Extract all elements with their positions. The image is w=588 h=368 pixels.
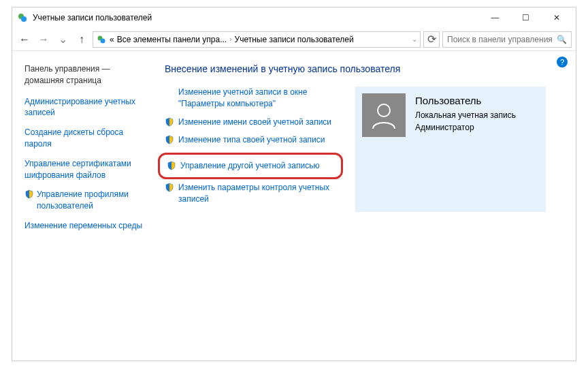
sidebar-link-env-vars[interactable]: Изменение переменных среды — [24, 220, 147, 232]
minimize-button[interactable]: — — [480, 8, 510, 27]
user-card: Пользователь Локальная учетная запись Ад… — [355, 87, 546, 212]
back-button[interactable]: ← — [16, 31, 33, 48]
window-title: Учетные записи пользователей — [33, 13, 480, 22]
refresh-button[interactable]: ⟳ — [423, 31, 440, 48]
titlebar: Учетные записи пользователей — ☐ ✕ — [12, 7, 576, 28]
breadcrumb-prefix: « — [110, 35, 114, 44]
chevron-down-icon[interactable]: ⌄ — [412, 35, 417, 43]
maximize-button[interactable]: ☐ — [510, 8, 541, 27]
sidebar-link-password-reset[interactable]: Создание дискеты сброса пароля — [24, 127, 147, 150]
action-links: Изменение учетной записи в окне "Парамет… — [165, 87, 342, 212]
link-manage-other-account[interactable]: Управление другой учетной записью — [167, 160, 334, 172]
close-button[interactable]: ✕ — [541, 8, 572, 27]
recent-button[interactable]: ⌄ — [54, 31, 71, 48]
chevron-right-icon: › — [229, 35, 231, 43]
svg-point-4 — [378, 104, 390, 117]
sidebar-link-certificates[interactable]: Управление сертификатами шифрования файл… — [24, 158, 147, 181]
link-change-name[interactable]: Изменение имени своей учетной записи — [165, 117, 342, 128]
highlight-annotation: Управление другой учетной записью — [158, 153, 343, 179]
up-button[interactable]: ↑ — [74, 31, 90, 48]
user-info: Пользователь Локальная учетная запись Ад… — [415, 93, 516, 134]
main-area: Изменение учетной записи в окне "Парамет… — [165, 87, 566, 212]
user-name: Пользователь — [415, 93, 516, 109]
user-icon — [368, 99, 400, 132]
link-change-in-settings[interactable]: Изменение учетной записи в окне "Парамет… — [178, 87, 342, 110]
address-bar[interactable]: « Все элементы панели упра... › Учетные … — [93, 31, 421, 48]
sidebar: Панель управления — домашняя страница Ад… — [12, 51, 155, 361]
link-uac-settings[interactable]: Изменить параметры контроля учетных запи… — [165, 182, 342, 205]
search-box[interactable]: 🔍 — [442, 31, 572, 48]
help-icon[interactable]: ? — [557, 57, 568, 67]
content-area: ? Панель управления — домашняя страница … — [12, 51, 576, 361]
breadcrumb-item[interactable]: Все элементы панели упра... — [117, 35, 227, 44]
sidebar-link-admin-accounts[interactable]: Администрирование учетных записей — [24, 96, 147, 119]
shield-icon — [165, 183, 174, 192]
shield-icon — [165, 117, 174, 127]
main-panel: Внесение изменений в учетную запись поль… — [155, 51, 576, 361]
page-title: Внесение изменений в учетную запись поль… — [165, 63, 566, 74]
shield-icon — [24, 189, 34, 199]
search-icon[interactable]: 🔍 — [557, 35, 567, 44]
sidebar-home-link[interactable]: Панель управления — домашняя страница — [24, 63, 147, 87]
forward-button[interactable]: → — [35, 31, 52, 48]
svg-point-1 — [21, 16, 27, 22]
svg-point-3 — [101, 38, 105, 43]
shield-icon — [167, 161, 176, 170]
shield-icon — [165, 135, 174, 144]
link-change-type[interactable]: Изменение типа своей учетной записи — [165, 134, 342, 146]
window-controls: — ☐ ✕ — [480, 8, 572, 27]
breadcrumb-item[interactable]: Учетные записи пользователей — [235, 35, 354, 44]
user-accounts-icon — [96, 34, 107, 45]
account-type: Локальная учетная запись — [415, 109, 516, 121]
control-panel-window: Учетные записи пользователей — ☐ ✕ ← → ⌄… — [12, 7, 576, 361]
sidebar-link-profiles[interactable]: Управление профилями пользователей — [24, 189, 147, 212]
avatar — [362, 93, 406, 137]
user-accounts-icon — [16, 12, 29, 24]
search-input[interactable] — [447, 35, 557, 44]
account-role: Администратор — [415, 121, 516, 134]
toolbar: ← → ⌄ ↑ « Все элементы панели упра... › … — [12, 28, 576, 51]
